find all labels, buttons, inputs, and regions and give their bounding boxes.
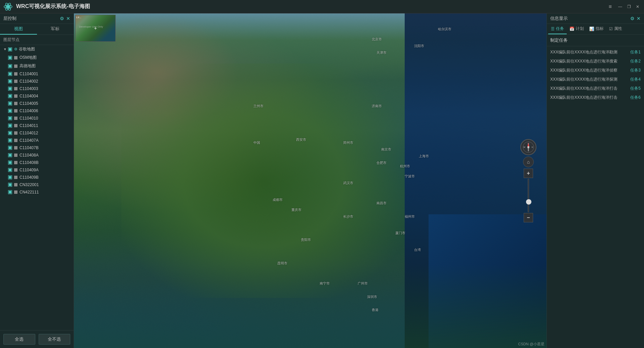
compass-button[interactable]: N S W E	[520, 139, 536, 155]
layer-item[interactable]: CN422111	[0, 188, 74, 196]
tab-military[interactable]: 军标	[37, 24, 74, 35]
sidebar-settings-icon[interactable]: ⚙	[60, 16, 64, 21]
restore-button[interactable]: ❐	[626, 4, 632, 10]
layer-name: C110408B	[19, 160, 39, 165]
task-item[interactable]: XXX编队前往XXXX地点进行海洋打击 任务5	[547, 84, 644, 93]
layer-item[interactable]: ▼ ⚙ 谷歌地图	[0, 45, 74, 53]
zoom-slider[interactable]: + −	[524, 169, 533, 222]
map-label: 上海市	[419, 154, 429, 159]
select-all-button[interactable]: 全选	[3, 334, 35, 345]
tab-task[interactable]: ☰任务	[548, 24, 567, 34]
zoom-thumb[interactable]	[526, 199, 531, 205]
layer-item[interactable]: C1104003	[0, 85, 74, 92]
tab-attr[interactable]: ☑属性	[606, 24, 625, 34]
svg-text:N: N	[528, 143, 529, 145]
layer-color-swatch	[14, 94, 17, 98]
layer-checkbox[interactable]	[8, 87, 12, 91]
layer-item[interactable]: C110407B	[0, 144, 74, 151]
collapse-arrow[interactable]: ▼	[3, 47, 7, 51]
task-item[interactable]: XXX编队前往XXXX地点进行海洋勘测 任务1	[547, 48, 644, 57]
layer-checkbox[interactable]	[8, 146, 12, 150]
layer-color-swatch	[14, 109, 17, 113]
layer-checkbox[interactable]	[8, 124, 12, 128]
layer-checkbox[interactable]	[8, 161, 12, 165]
layer-item[interactable]: C1104005	[0, 100, 74, 107]
right-panel-header: 信息显示 ⚙ ✕	[547, 13, 644, 24]
layer-checkbox[interactable]	[8, 64, 12, 68]
tab-view[interactable]: 视图	[0, 24, 37, 35]
layer-item[interactable]: C110408B	[0, 159, 74, 166]
layer-item[interactable]: C1104004	[0, 92, 74, 100]
right-panel-settings-icon[interactable]: ⚙	[630, 16, 635, 21]
layer-checkbox[interactable]	[8, 116, 12, 120]
layer-checkbox[interactable]	[8, 183, 12, 187]
layer-color-swatch	[14, 146, 17, 149]
task-item[interactable]: XXX编队前往XXXX地点进行海洋搜索 任务2	[547, 57, 644, 66]
close-button[interactable]: ✕	[635, 4, 641, 10]
layer-checkbox[interactable]	[8, 153, 12, 157]
layer-item[interactable]: CN322001	[0, 181, 74, 188]
layer-item[interactable]: C110407A	[0, 137, 74, 144]
layer-checkbox[interactable]	[8, 94, 12, 98]
home-button[interactable]: ⌂	[523, 157, 534, 167]
task-item[interactable]: XXX编队前往XXXX地点进行海洋探测 任务4	[547, 75, 644, 84]
task-item[interactable]: XXX编队前往XXXX地点进行海洋打击 任务6	[547, 93, 644, 102]
task-label: 任务1	[630, 49, 641, 55]
gear-icon[interactable]: ⚙	[14, 47, 17, 51]
layer-checkbox[interactable]	[8, 47, 12, 51]
attr-tab-icon: ☑	[609, 27, 613, 31]
layer-checkbox[interactable]	[8, 131, 12, 135]
minimize-button[interactable]: —	[617, 4, 623, 10]
layer-item[interactable]: C1104012	[0, 129, 74, 137]
map-area[interactable]: 中国北京市天津市上海市广州市深圳市香港台湾成都市重庆市武汉市西安市兰州市郑州市南…	[74, 13, 547, 348]
layer-checkbox[interactable]	[8, 109, 12, 113]
task-label: 任务4	[630, 77, 641, 82]
sidebar-footer: 全选 全不选	[0, 330, 74, 348]
map-label: 合肥市	[376, 161, 387, 165]
tab-plan[interactable]: 📅计划	[567, 24, 587, 34]
layer-item[interactable]: OSM地图	[0, 53, 74, 62]
plan-tab-icon: 📅	[569, 27, 574, 31]
layer-name: C1104006	[19, 108, 38, 113]
map-label: 哈尔滨市	[438, 27, 451, 32]
task-item[interactable]: XXX编队前往XXXX地点进行海洋侦察 任务3	[547, 66, 644, 75]
map-navigation: N S W E ⌂ + −	[520, 139, 536, 222]
zoom-track[interactable]	[528, 179, 529, 212]
layer-color-swatch	[14, 56, 17, 59]
map-label: 郑州市	[343, 140, 353, 145]
map-label: 沈阳市	[414, 44, 424, 48]
layer-item[interactable]: C1104010	[0, 115, 74, 122]
layer-name: C1104005	[19, 101, 38, 106]
right-panel-close-icon[interactable]: ✕	[637, 16, 641, 21]
layer-item[interactable]: C110408A	[0, 151, 74, 159]
menu-icon[interactable]: ≡	[609, 4, 612, 10]
zoom-out-button[interactable]: −	[524, 213, 533, 222]
task-description: XXX编队前往XXXX地点进行海洋搜索	[550, 58, 628, 64]
sidebar-close-icon[interactable]: ✕	[66, 16, 70, 21]
deselect-all-button[interactable]: 全不选	[39, 334, 71, 345]
zoom-in-button[interactable]: +	[524, 169, 533, 178]
layer-checkbox[interactable]	[8, 101, 12, 105]
layer-checkbox[interactable]	[8, 56, 12, 60]
layer-item[interactable]: C110409A	[0, 166, 74, 174]
layer-name: C110407B	[19, 145, 39, 150]
layer-checkbox[interactable]	[8, 190, 12, 194]
map-label: 重庆市	[291, 208, 301, 212]
layer-checkbox[interactable]	[8, 72, 12, 76]
layer-checkbox[interactable]	[8, 138, 12, 142]
layer-name: CN322001	[19, 182, 39, 187]
map-label: 济南市	[372, 104, 382, 108]
layer-checkbox[interactable]	[8, 175, 12, 179]
layer-color-swatch	[14, 168, 17, 172]
layer-checkbox[interactable]	[8, 168, 12, 172]
layer-item[interactable]: C1104006	[0, 107, 74, 115]
layer-checkbox[interactable]	[8, 79, 12, 83]
layer-item[interactable]: C1104011	[0, 122, 74, 129]
layer-item[interactable]: 高德地图	[0, 62, 74, 70]
layer-item[interactable]: C110409B	[0, 174, 74, 181]
tab-index[interactable]: 📊指标	[587, 24, 606, 34]
layer-item[interactable]: C1104001	[0, 70, 74, 78]
layer-item[interactable]: C1104002	[0, 78, 74, 85]
map-label: 深圳市	[367, 295, 377, 299]
map-label: 兰州市	[253, 104, 264, 108]
